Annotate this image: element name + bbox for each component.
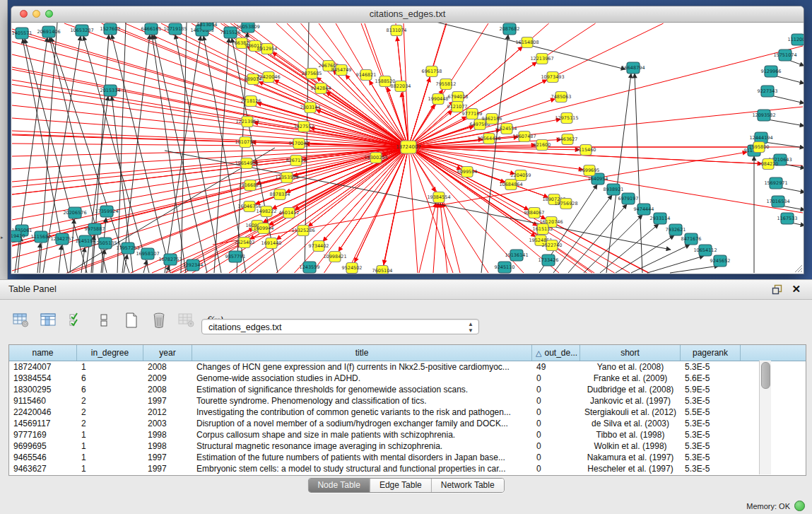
table-cell: 18300295 [9,384,77,395]
table-row[interactable]: 1456911722003Disruption of a novel membe… [9,418,806,429]
graph-node-label: 1640954 [588,176,608,182]
sort-ascending-icon: △ [536,349,541,358]
table-cell: 1997 [143,395,192,407]
column-header-name[interactable]: name [9,345,77,361]
new-attribute-icon[interactable] [122,310,141,331]
graph-node-label: 9524502 [342,265,363,271]
graph-node-label: 6466161 [141,26,162,32]
graph-node-label: 9245652 [710,258,731,264]
column-header-title[interactable]: title [192,345,532,361]
window-resize-grip-icon[interactable] [793,263,803,273]
graph-node-label: 10653287 [70,28,93,33]
graph-node-label: 6794028 [448,94,469,100]
graph-edge [149,23,408,147]
graph-node-label: 9463627 [558,136,578,142]
graph-node-label: 9170042 [289,141,310,146]
table-row[interactable]: 1872400712008Changes of HCN gene express… [9,361,806,373]
graph-node-label: 8454749 [331,67,352,73]
graph-node-label: 9227343 [758,88,778,94]
tab-network-table[interactable]: Network Table [432,479,504,492]
delete-attribute-icon[interactable] [149,310,169,331]
left-panel-rail[interactable]: ▸ [0,0,8,279]
graph-node-label: 9975887 [85,226,105,232]
graph-node-label: 10998421 [323,254,346,259]
table-row[interactable]: 1830029562008Estimation of significance … [9,384,806,395]
window-titlebar[interactable]: citations_edges.txt [11,6,804,23]
table-cell: 1998 [143,440,192,452]
table-cell: de Silva et al. (2003) [580,418,681,429]
graph-edge [408,147,488,273]
table-cell: 5.3E-5 [681,395,741,407]
graph-node-label: 2015334 [100,88,121,93]
table-cell: 0 [532,373,580,384]
table-cell: 0 [532,452,580,463]
select-all-icon[interactable] [66,310,86,331]
table-toolbar: f(x) [11,308,224,332]
graph-edge [442,203,460,273]
table-cell: 9465546 [9,452,77,463]
table-row[interactable]: 969969511998Structural magnetic resonanc… [9,440,806,452]
network-table-select-value: citations_edges.txt [208,322,282,332]
table-cell: 0 [532,429,580,440]
column-header-in_degree[interactable]: in_degree [77,345,143,361]
graph-node-label: 2522740 [542,243,563,248]
close-traffic-light-icon[interactable] [20,10,28,18]
graph-node-label: 9699695 [579,168,600,173]
citation-network-graph[interactable]: 1405571206914061065328715276026466161107… [11,23,804,274]
table-cell: 5.3E-5 [681,429,741,440]
tab-edge-table[interactable]: Edge Table [370,479,432,492]
graph-node-label: 8099594 [457,169,478,175]
network-canvas[interactable]: 1405571206914061065328715276026466161107… [11,23,804,274]
table-cell: 5.3E-5 [681,440,741,452]
table-cell: 2003 [143,418,192,429]
table-cell: 5.3E-5 [681,361,741,373]
table-row[interactable]: 977716911998Corpus callosum shape and si… [9,429,806,440]
column-header-out_de[interactable]: △out_de... [532,345,580,361]
table-scrollbar[interactable] [759,361,771,474]
table-cell: Jankovic et al. (1997) [580,395,681,407]
status-bar: Memory: OK [746,501,805,511]
column-header-year[interactable]: year [143,345,192,361]
rows-icon[interactable] [94,310,114,331]
graph-node-label: 1115682 [31,234,52,240]
graph-node-label: 2933114 [650,216,671,221]
table-cell: 2008 [143,384,192,395]
column-header-pagerank[interactable]: pagerank [681,345,741,361]
network-table-select[interactable]: citations_edges.txt ▲▼ [201,319,479,334]
table-row[interactable]: 946362711997Embryonic stem cells: a mode… [9,463,806,474]
table-cell: 22420046 [9,407,77,418]
graph-edge [779,187,804,192]
minimize-traffic-light-icon[interactable] [33,10,40,18]
graph-node-label: 7932621 [666,227,686,233]
table-cell: 1 [77,429,143,440]
show-columns-icon[interactable] [39,310,59,331]
graph-node-label: 19384554 [427,194,450,200]
table-cell: Dudbridge et al. (2008) [580,384,681,395]
zoom-traffic-light-icon[interactable] [45,10,53,18]
graph-node-label: 9245110 [495,264,515,270]
float-window-icon[interactable] [772,284,782,295]
table-row[interactable]: 946554611997Estimation of the future num… [9,452,806,463]
close-icon[interactable]: ✕ [792,283,801,296]
table-row[interactable]: 1938455462009Genome-wide association stu… [9,373,806,384]
delete-table-icon[interactable] [177,310,196,331]
scrollbar-thumb[interactable] [761,362,770,389]
graph-node-label: 9884067 [524,210,545,216]
graph-node-label: 9129966 [761,69,782,74]
table-cell: 1997 [143,452,192,463]
table-cell: Estimation of the future numbers of pati… [192,452,532,463]
graph-node-label: 15692971 [764,180,787,186]
network-desktop: citations_edges.txt 14055712069140610653… [8,0,812,279]
table-row[interactable]: 911546021997Tourette syndrome. Phenomeno… [9,395,806,407]
graph-edge [784,164,804,168]
graph-node-label: 8912954 [257,46,278,52]
graph-node-label: 1609944 [254,226,274,231]
graph-node-label: 12975115 [555,115,578,121]
tab-node-table[interactable]: Node Table [308,479,370,492]
graph-node-label: 9121077 [447,104,468,110]
table-row[interactable]: 2242004622012Investigating the contribut… [9,407,806,418]
column-header-short[interactable]: short [580,345,681,361]
table-cell: Structural magnetic resonance image aver… [192,440,532,452]
table-settings-icon[interactable] [11,310,31,331]
graph-edge [81,247,85,273]
